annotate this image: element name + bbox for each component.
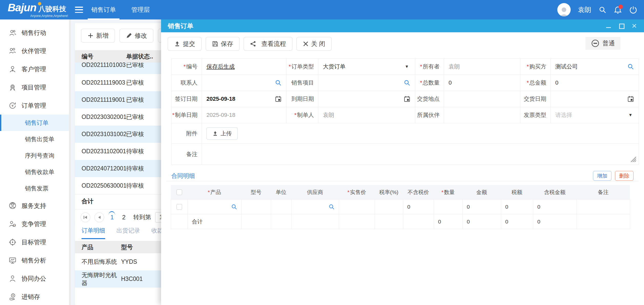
column-tax-rate: 税率(%) bbox=[375, 185, 403, 199]
power-icon[interactable] bbox=[629, 6, 637, 14]
sidebar-item-targets[interactable]: 目标管理 bbox=[0, 233, 71, 251]
status-badge: 待审核 bbox=[126, 147, 144, 155]
invoice-type-select[interactable]: 请选择▼ bbox=[551, 107, 639, 123]
tax-cell[interactable]: 0 bbox=[501, 199, 533, 214]
price-ex-tax-cell[interactable]: 0 bbox=[403, 199, 434, 214]
tax-rate-cell[interactable] bbox=[375, 199, 403, 214]
calendar-icon[interactable] bbox=[275, 96, 282, 102]
sidebar-item-orders[interactable]: ¥ 订单管理 bbox=[0, 96, 71, 115]
minimize-icon[interactable] bbox=[606, 23, 612, 29]
calendar-icon[interactable] bbox=[627, 96, 634, 102]
sale-price-cell[interactable] bbox=[339, 199, 375, 214]
save-button[interactable]: 保存 bbox=[206, 37, 240, 51]
add-line-button[interactable]: 增加 bbox=[593, 171, 611, 181]
menu-icon[interactable] bbox=[75, 7, 83, 13]
sidebar-item-projects[interactable]: 项目管理 bbox=[0, 78, 71, 96]
delivery-date-field[interactable] bbox=[551, 91, 639, 107]
submit-button[interactable]: 提交 bbox=[168, 37, 202, 51]
sidebar-subitem-sales-receipt[interactable]: 销售收款单 bbox=[0, 164, 71, 180]
sidebar-item-service[interactable]: 服务支持 bbox=[0, 197, 71, 215]
sidebar-item-partners[interactable]: 伙伴管理 bbox=[0, 42, 71, 60]
create-date-field: 2025-09-18 bbox=[202, 107, 286, 123]
upload-button[interactable]: 上传 bbox=[206, 127, 238, 140]
select-all-checkbox[interactable] bbox=[176, 189, 182, 195]
sidebar-subitem-sales-shipment[interactable]: 销售出货单 bbox=[0, 131, 71, 147]
goto-page-label: 转到第 bbox=[133, 213, 151, 221]
contact-field[interactable] bbox=[202, 75, 286, 91]
buyer-field[interactable]: 测试公司 bbox=[551, 59, 639, 75]
user-avatar[interactable] bbox=[557, 3, 571, 16]
column-amount: 金额 bbox=[462, 185, 501, 199]
add-button[interactable]: 新增 bbox=[81, 29, 115, 43]
field-label-remark: 备注 bbox=[172, 144, 202, 165]
search-icon[interactable] bbox=[329, 204, 335, 210]
amount-inc-tax-cell[interactable]: 0 bbox=[533, 199, 577, 214]
sidebar-item-sales-action[interactable]: 销售行动 bbox=[0, 24, 71, 42]
close-order-button[interactable]: 关 闭 bbox=[296, 37, 332, 51]
status-badge: 已审核 bbox=[126, 63, 144, 69]
view-flow-button[interactable]: 查看流程 bbox=[244, 37, 292, 51]
delivery-place-field[interactable] bbox=[444, 91, 520, 107]
sales-project-field[interactable] bbox=[318, 75, 415, 91]
search-icon[interactable] bbox=[275, 79, 282, 86]
user-name[interactable]: 袁朗 bbox=[578, 5, 591, 14]
order-form: 编号 保存后生成 订单类型 大货订单▼ 所有者 袁朗 购买方 测试公司 联系人 … bbox=[171, 58, 639, 165]
owner-field[interactable]: 袁朗 bbox=[444, 59, 520, 75]
total-label: 合计 bbox=[188, 214, 242, 229]
field-label-partner: 所属伙伴 bbox=[415, 107, 444, 123]
sidebar-item-customers[interactable]: 客户管理 bbox=[0, 60, 71, 78]
delete-line-button[interactable]: 删除 bbox=[615, 171, 633, 181]
search-icon[interactable] bbox=[231, 204, 237, 210]
tab-management[interactable]: 管理层 bbox=[122, 0, 159, 19]
sidebar-item-sales-analysis[interactable]: 销售分析 bbox=[0, 251, 71, 269]
sidebar-item-competition[interactable]: vs 竞争管理 bbox=[0, 215, 71, 233]
model-cell[interactable] bbox=[242, 199, 271, 214]
prev-page-button[interactable] bbox=[94, 212, 104, 222]
first-page-button[interactable] bbox=[81, 212, 90, 222]
due-date-field[interactable] bbox=[318, 91, 415, 107]
chevron-down-icon: ▼ bbox=[405, 64, 410, 69]
close-icon[interactable]: × bbox=[631, 23, 637, 29]
remark-field[interactable] bbox=[202, 144, 639, 165]
partner-field[interactable] bbox=[444, 107, 520, 123]
search-icon[interactable] bbox=[598, 6, 607, 14]
qty-cell[interactable] bbox=[434, 199, 463, 214]
column-remark: 备注 bbox=[577, 185, 630, 199]
resize-handle[interactable] bbox=[630, 156, 637, 162]
column-qty: 数量 bbox=[434, 185, 462, 199]
calendar-icon[interactable] bbox=[404, 96, 410, 102]
sidebar-subitem-serial-query[interactable]: 序列号查询 bbox=[0, 147, 71, 164]
tab-sales-order[interactable]: 销售订单 bbox=[85, 0, 122, 19]
upload-icon bbox=[212, 131, 218, 136]
analysis-icon bbox=[9, 257, 16, 264]
page-number-2[interactable]: 2 bbox=[120, 214, 128, 221]
edit-button[interactable]: 修改 bbox=[120, 29, 153, 43]
search-icon[interactable] bbox=[627, 63, 634, 70]
maximize-icon[interactable] bbox=[618, 23, 625, 29]
sidebar-scrollbar[interactable] bbox=[69, 19, 71, 305]
bell-icon[interactable] bbox=[614, 6, 622, 14]
order-no-field[interactable]: 保存后生成 bbox=[202, 59, 286, 75]
total-amount-field[interactable]: 0 bbox=[551, 75, 639, 91]
row-checkbox[interactable] bbox=[176, 204, 182, 210]
column-id: 编号 bbox=[75, 53, 126, 60]
amount-cell[interactable]: 0 bbox=[463, 199, 501, 214]
page-number-1[interactable]: 1 bbox=[108, 214, 116, 221]
unit-cell[interactable] bbox=[271, 199, 292, 214]
status-badge: 已审核 bbox=[126, 96, 144, 104]
sidebar-subitem-sales-order[interactable]: 销售订单 bbox=[0, 115, 71, 131]
sidebar-subitem-sales-invoice[interactable]: 销售发票 bbox=[0, 180, 71, 197]
tab-shipment-record[interactable]: 出货记录 bbox=[116, 227, 140, 239]
order-type-select[interactable]: 大货订单▼ bbox=[318, 59, 415, 75]
search-icon[interactable] bbox=[404, 79, 410, 86]
total-qty-field[interactable]: 0 bbox=[444, 75, 520, 91]
remark-cell[interactable] bbox=[577, 199, 630, 214]
sign-date-field[interactable]: 2025-09-18 bbox=[202, 91, 286, 107]
tab-order-detail[interactable]: 订单明细 bbox=[82, 227, 105, 239]
supplier-picker-cell[interactable] bbox=[292, 199, 339, 214]
priority-chip[interactable]: 普通 bbox=[586, 37, 620, 50]
sidebar-item-collaboration[interactable]: 协同办公 bbox=[0, 269, 71, 288]
product-picker-cell[interactable] bbox=[188, 199, 242, 214]
sidebar-item-inventory[interactable]: ¥ 进销存 bbox=[0, 288, 71, 305]
office-icon bbox=[9, 275, 16, 282]
